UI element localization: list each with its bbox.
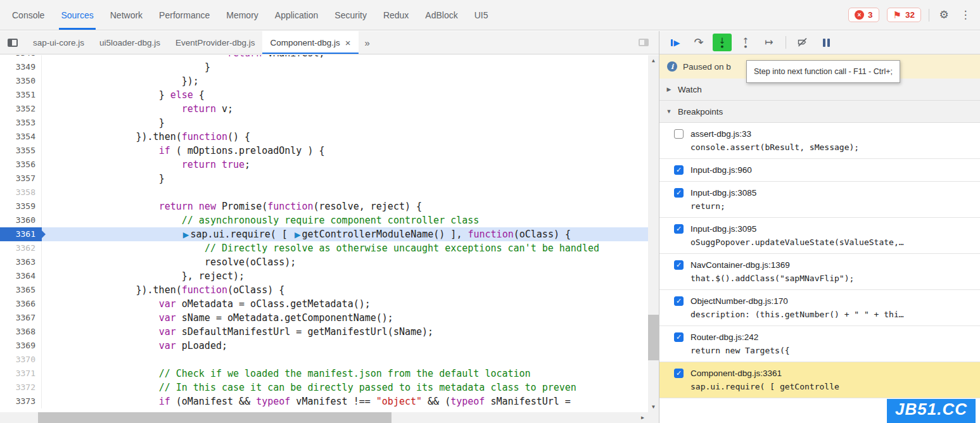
line-number-3351[interactable]: 3351 [0,88,42,102]
devtools-tab-security[interactable]: Security [326,0,375,30]
code-text[interactable]: var pLoaded; [42,339,648,353]
code-text[interactable]: if (oManifest && typeof vManifest !== "o… [42,395,648,408]
resume-button[interactable]: ▶ [666,34,685,51]
devtools-tab-ui5[interactable]: UI5 [466,0,497,30]
breakpoint-location[interactable]: ObjectNumber-dbg.js:170 [690,296,788,306]
devtools-tab-application[interactable]: Application [267,0,327,30]
line-number-3367[interactable]: 3367 [0,311,42,325]
pause-on-exceptions-button[interactable] [817,34,836,51]
line-number-3350[interactable]: 3350 [0,74,42,88]
line-number-3365[interactable]: 3365 [0,283,42,297]
line-number-3348[interactable]: 3348 [0,55,42,60]
code-text[interactable]: if ( mOptions.preloadOnly ) { [42,144,648,158]
settings-gear-icon[interactable]: ⚙ [937,8,951,22]
breakpoint-item[interactable]: ✓Input-dbg.js:3085return; [659,182,980,218]
line-number-3360[interactable]: 3360 [0,213,42,227]
breakpoint-location[interactable]: Input-dbg.js:3095 [690,224,756,234]
paused-position-marker-icon[interactable]: ▶ [293,230,302,239]
breakpoint-item[interactable]: ✓ObjectNumber-dbg.js:170description: (th… [659,290,980,326]
vertical-scrollbar[interactable]: ▲ ▼ [648,55,659,412]
line-number-3370[interactable]: 3370 [0,353,42,367]
breakpoint-item[interactable]: ✓Router-dbg.js:242return new Targets({ [659,326,980,362]
breakpoint-checkbox[interactable]: ✓ [674,369,684,378]
code-text[interactable]: return true; [42,158,648,172]
breakpoint-checkbox[interactable]: ✓ [674,332,684,342]
line-number-3368[interactable]: 3368 [0,325,42,339]
breakpoint-checkbox[interactable]: ✓ [674,260,684,270]
code-text[interactable]: }); [42,74,648,88]
line-number-3361[interactable]: 3361 [0,227,42,241]
code-text[interactable]: }, reject); [42,269,648,283]
code-text[interactable]: }).then(function() { [42,130,648,144]
line-number-3364[interactable]: 3364 [0,269,42,283]
breakpoint-item[interactable]: ✓Input-dbg.js:960 [659,159,980,182]
code-text[interactable]: // Directly resolve as otherwise uncaugh… [42,241,648,255]
code-text[interactable]: } [42,116,648,130]
code-text[interactable]: } else { [42,88,648,102]
breakpoint-item[interactable]: ✓Component-dbg.js:3361sap.ui.require( [ … [659,362,980,398]
error-badge[interactable]: × 3 [848,8,879,22]
line-number-3363[interactable]: 3363 [0,255,42,269]
breakpoint-item[interactable]: ✓Input-dbg.js:3095oSuggPopover.updateVal… [659,218,980,254]
step-button[interactable]: ↦ [760,34,779,51]
breakpoint-checkbox[interactable]: ✓ [674,188,684,198]
file-tab-sap-ui-core-js[interactable]: sap-ui-core.js [25,31,92,54]
devtools-tab-sources[interactable]: Sources [53,0,101,30]
line-number-3369[interactable]: 3369 [0,339,42,353]
file-tab-component-dbg-js[interactable]: Component-dbg.js× [262,31,358,54]
breakpoint-item[interactable]: ✓NavContainer-dbg.js:1369that.$().addCla… [659,254,980,290]
code-text[interactable]: } [42,172,648,186]
scroll-down-arrow-icon[interactable]: ▼ [648,401,659,412]
devtools-tab-network[interactable]: Network [102,0,151,30]
line-number-3372[interactable]: 3372 [0,381,42,395]
horizontal-scroll-thumb[interactable] [38,412,391,423]
navigator-toggle-button[interactable] [0,31,25,54]
line-number-3356[interactable]: 3356 [0,158,42,172]
code-text[interactable]: }).then(function(oClass) { [42,283,648,297]
devtools-tab-performance[interactable]: Performance [151,0,218,30]
breakpoint-location[interactable]: Router-dbg.js:242 [690,332,758,342]
code-text[interactable]: // In this case it can be directly passe… [42,381,648,395]
tab-close-icon[interactable]: × [345,37,351,48]
deactivate-breakpoints-button[interactable] [793,34,812,51]
code-text[interactable]: return v; [42,102,648,116]
line-number-3371[interactable]: 3371 [0,367,42,381]
more-tabs-button[interactable]: » [359,31,376,54]
code-text[interactable]: var oMetadata = oClass.getMetadata(); [42,297,648,311]
preview-panel-icon[interactable] [639,39,649,46]
line-number-3357[interactable]: 3357 [0,172,42,186]
line-number-3362[interactable]: 3362 [0,241,42,255]
line-number-3373[interactable]: 3373 [0,395,42,408]
code-text[interactable]: var sDefaultManifestUrl = getManifestUrl… [42,325,648,339]
line-number-3366[interactable]: 3366 [0,297,42,311]
code-text[interactable]: // Check if we loaded the manifest.json … [42,367,648,381]
devtools-tab-console[interactable]: Console [4,0,53,30]
code-text[interactable]: return vManifest; [42,55,648,60]
line-number-3354[interactable]: 3354 [0,130,42,144]
code-text[interactable] [42,186,648,199]
breakpoint-location[interactable]: NavContainer-dbg.js:1369 [690,260,790,270]
code-text[interactable]: var sName = oMetadata.getComponentName()… [42,311,648,325]
step-out-button[interactable]: ↑● [736,34,755,51]
scroll-right-arrow-icon[interactable]: ▶ [637,412,648,423]
flag-badge[interactable]: ⚑ 32 [887,8,921,22]
code-text[interactable]: return new Promise(function(resolve, rej… [42,199,648,213]
line-number-3349[interactable]: 3349 [0,60,42,74]
code-text[interactable]: // asynchronously require component cont… [42,213,648,227]
line-number-3359[interactable]: 3359 [0,199,42,213]
breakpoint-checkbox[interactable]: ✓ [674,296,684,306]
code-text[interactable]: } [42,60,648,74]
step-into-button[interactable]: ↓● [713,34,732,51]
devtools-tab-adblock[interactable]: AdBlock [417,0,466,30]
step-over-button[interactable]: ↷ [689,34,708,51]
breakpoint-location[interactable]: Input-dbg.js:3085 [690,188,756,198]
line-number-3355[interactable]: 3355 [0,144,42,158]
line-number-3358[interactable]: 3358 [0,186,42,199]
code-text[interactable]: resolve(oClass); [42,255,648,269]
more-menu-icon[interactable]: ⋮ [958,8,972,22]
horizontal-scrollbar[interactable]: ▶ [0,412,648,423]
breakpoint-location[interactable]: Input-dbg.js:960 [690,165,752,175]
vertical-scroll-thumb[interactable] [648,315,659,360]
line-number-3352[interactable]: 3352 [0,102,42,116]
breakpoint-checkbox[interactable]: ✓ [674,224,684,234]
